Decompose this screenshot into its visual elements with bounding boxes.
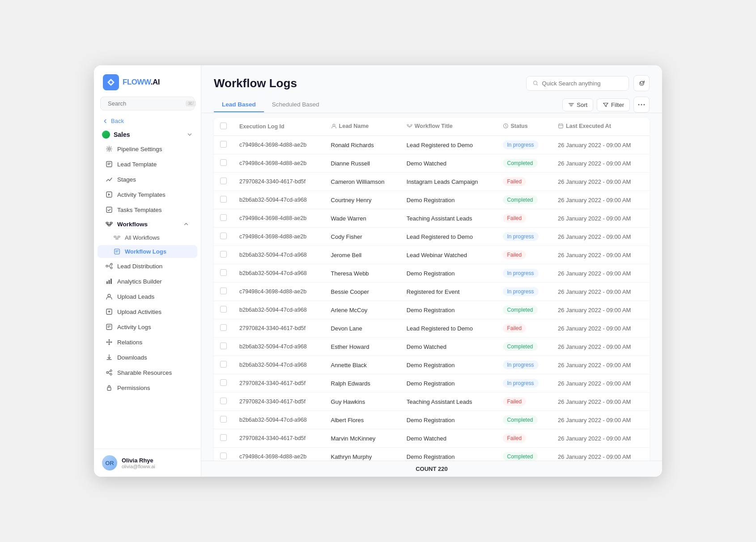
row-checkbox[interactable] — [214, 338, 233, 356]
sidebar-search-input[interactable] — [108, 100, 183, 107]
sidebar-item-lead-template[interactable]: Lead Template — [98, 157, 197, 171]
table-row[interactable]: 27970824-3340-4617-bd5f Guy Hawkins Teac… — [214, 393, 650, 411]
row-checkbox[interactable] — [214, 448, 233, 461]
sidebar-item-upload-leads[interactable]: Upload Leads — [98, 289, 197, 304]
row-last-executed-at: 26 January 2022 - 09:00 AM — [552, 264, 650, 283]
sidebar-item-relations[interactable]: Relations — [98, 335, 197, 349]
row-execution-log-id: c79498c4-3698-4d88-ae2b — [233, 283, 325, 301]
row-checkbox[interactable] — [214, 429, 233, 448]
row-workflow-title: Demo Watched — [400, 154, 497, 173]
sidebar-item-pipeline-settings[interactable]: Pipeline Settings — [98, 142, 197, 156]
count-label: COUNT — [416, 466, 436, 472]
row-checkbox[interactable] — [214, 264, 233, 283]
table-row[interactable]: c79498c4-3698-4d88-ae2b Kathryn Murphy D… — [214, 448, 650, 461]
row-checkbox[interactable] — [214, 173, 233, 191]
pipeline-settings-label: Pipeline Settings — [117, 146, 162, 152]
row-lead-name: Arlene McCoy — [325, 301, 400, 319]
sales-section-header[interactable]: Sales — [94, 128, 201, 141]
relations-label: Relations — [117, 339, 142, 346]
tab-scheduled-based[interactable]: Scheduled Based — [264, 97, 327, 112]
table-row[interactable]: b2b6ab32-5094-47cd-a968 Courtney Henry D… — [214, 191, 650, 209]
lead-template-label: Lead Template — [117, 161, 157, 168]
tab-lead-based[interactable]: Lead Based — [214, 97, 264, 112]
user-name: Olivia Rhye — [122, 457, 155, 464]
more-button[interactable] — [633, 97, 650, 113]
table-row[interactable]: b2b6ab32-5094-47cd-a968 Jerome Bell Lead… — [214, 246, 650, 264]
svg-point-23 — [109, 344, 110, 345]
header-actions — [526, 75, 650, 91]
select-all-checkbox[interactable] — [220, 123, 227, 129]
user-profile[interactable]: OR Olivia Rhye olivia@floww.ai — [94, 449, 201, 477]
table-row[interactable]: c79498c4-3698-4d88-ae2b Dianne Russell D… — [214, 154, 650, 173]
more-icon — [638, 104, 645, 106]
sidebar-sub-item-all-workflows[interactable]: All Workflows — [98, 231, 197, 244]
sort-label: Sort — [577, 102, 587, 108]
table-row[interactable]: c79498c4-3698-4d88-ae2b Ronald Richards … — [214, 136, 650, 154]
table-row[interactable]: b2b6ab32-5094-47cd-a968 Arlene McCoy Dem… — [214, 301, 650, 319]
row-checkbox[interactable] — [214, 191, 233, 209]
table-row[interactable]: 27970824-3340-4617-bd5f Marvin McKinney … — [214, 429, 650, 448]
table-row[interactable]: 27970824-3340-4617-bd5f Devon Lane Lead … — [214, 319, 650, 338]
row-checkbox[interactable] — [214, 301, 233, 319]
status-badge: Failed — [503, 250, 527, 259]
row-checkbox[interactable] — [214, 246, 233, 264]
upload-activities-icon — [106, 308, 113, 315]
status-badge: Completed — [503, 159, 538, 168]
sidebar-item-activity-templates[interactable]: Activity Templates — [98, 187, 197, 202]
table-row[interactable]: c79498c4-3698-4d88-ae2b Wade Warren Teac… — [214, 209, 650, 228]
row-checkbox[interactable] — [214, 356, 233, 374]
col-workflow-title: Workflow Title — [400, 118, 497, 136]
row-status: Completed — [497, 448, 552, 461]
row-status: In progress — [497, 374, 552, 393]
row-status: Failed — [497, 393, 552, 411]
row-last-executed-at: 26 January 2022 - 09:00 AM — [552, 319, 650, 338]
table-row[interactable]: b2b6ab32-5094-47cd-a968 Theresa Webb Dem… — [214, 264, 650, 283]
sidebar-item-downloads[interactable]: Downloads — [98, 350, 197, 364]
row-execution-log-id: c79498c4-3698-4d88-ae2b — [233, 228, 325, 246]
sidebar-search[interactable]: ⌘/ — [100, 97, 195, 110]
row-checkbox[interactable] — [214, 154, 233, 173]
filter-button[interactable]: Filter — [597, 98, 630, 111]
table-row[interactable]: 27970824-3340-4617-bd5f Cameron Williams… — [214, 173, 650, 191]
back-button[interactable]: Back — [94, 115, 201, 128]
refresh-button[interactable] — [633, 75, 650, 91]
sidebar-item-workflows[interactable]: Workflows — [98, 218, 197, 230]
svg-rect-7 — [110, 222, 112, 224]
sidebar-item-permissions[interactable]: Permissions — [98, 381, 197, 395]
table-row[interactable]: b2b6ab32-5094-47cd-a968 Albert Flores De… — [214, 411, 650, 429]
sidebar-item-lead-distribution[interactable]: Lead Distribution — [98, 259, 197, 273]
table-row[interactable]: b2b6ab32-5094-47cd-a968 Annette Black De… — [214, 356, 650, 374]
sidebar-item-upload-activities[interactable]: Upload Activities — [98, 305, 197, 319]
row-checkbox[interactable] — [214, 411, 233, 429]
sidebar-item-tasks-templates[interactable]: Tasks Templates — [98, 203, 197, 217]
global-search-input[interactable] — [542, 80, 622, 87]
sidebar-item-activity-logs[interactable]: Activity Logs — [98, 320, 197, 334]
sidebar-sub-item-workflow-logs[interactable]: Workflow Logs — [98, 245, 197, 258]
row-checkbox[interactable] — [214, 374, 233, 393]
tasks-icon — [106, 206, 113, 213]
sidebar-item-analytics-builder[interactable]: Analytics Builder — [98, 274, 197, 288]
activity-templates-icon — [106, 191, 113, 198]
row-checkbox[interactable] — [214, 228, 233, 246]
row-checkbox[interactable] — [214, 136, 233, 154]
sort-button[interactable]: Sort — [562, 98, 593, 111]
table-row[interactable]: b2b6ab32-5094-47cd-a968 Esther Howard De… — [214, 338, 650, 356]
global-search-bar[interactable] — [526, 76, 629, 91]
status-badge: Failed — [503, 324, 527, 333]
row-lead-name: Cody Fisher — [325, 228, 400, 246]
sidebar-item-stages[interactable]: Stages — [98, 172, 197, 186]
col-checkbox[interactable] — [214, 118, 233, 136]
table-row[interactable]: c79498c4-3698-4d88-ae2b Bessie Cooper Re… — [214, 283, 650, 301]
row-execution-log-id: c79498c4-3698-4d88-ae2b — [233, 154, 325, 173]
logo: FLOWW.AI — [94, 65, 201, 97]
row-checkbox[interactable] — [214, 283, 233, 301]
svg-rect-21 — [106, 324, 112, 330]
row-lead-name: Albert Flores — [325, 411, 400, 429]
row-checkbox[interactable] — [214, 319, 233, 338]
row-lead-name: Annette Black — [325, 356, 400, 374]
table-row[interactable]: 27970824-3340-4617-bd5f Ralph Edwards De… — [214, 374, 650, 393]
row-checkbox[interactable] — [214, 209, 233, 228]
sidebar-item-sharable-resources[interactable]: Sharable Resources — [98, 365, 197, 380]
table-row[interactable]: c79498c4-3698-4d88-ae2b Cody Fisher Lead… — [214, 228, 650, 246]
row-checkbox[interactable] — [214, 393, 233, 411]
